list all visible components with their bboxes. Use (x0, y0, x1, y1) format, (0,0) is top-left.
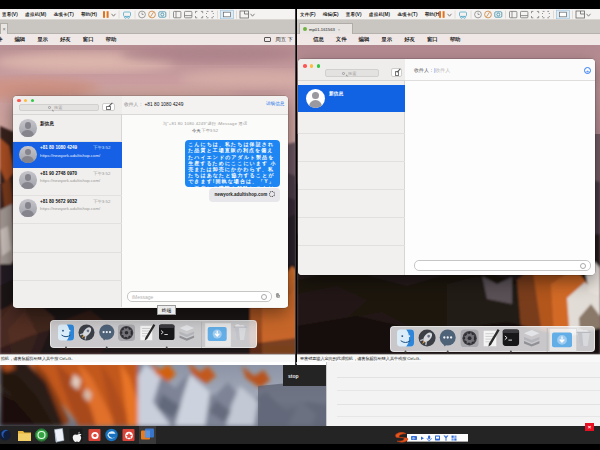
svg-text:中: 中 (412, 436, 416, 440)
